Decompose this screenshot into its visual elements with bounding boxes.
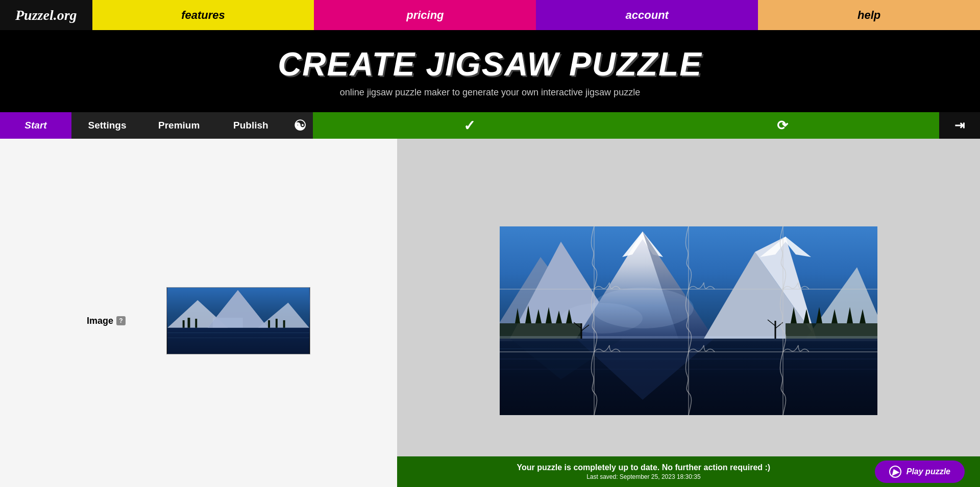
svg-rect-10 (268, 320, 270, 328)
top-navigation: Puzzel.org features pricing account help (0, 0, 980, 30)
play-button-icon: ▶ (889, 466, 901, 478)
status-main-text: Your puzzle is completely up to date. No… (412, 463, 875, 472)
puzzle-container (500, 226, 877, 415)
play-puzzle-button[interactable]: ▶ Play puzzle (875, 460, 965, 483)
hero-title: CREATE JIGSAW PUZZLE (10, 45, 970, 83)
svg-rect-7 (183, 320, 185, 328)
tab-bar: Start Settings Premium Publish ☯ ✓ ⟳ ⇥ (0, 112, 980, 139)
image-label: Image ? (87, 316, 126, 326)
logo-text: Puzzel.org (15, 7, 77, 23)
logo[interactable]: Puzzel.org (0, 0, 92, 30)
nav-account[interactable]: account (536, 0, 758, 30)
status-sub-text: Last saved: September 25, 2023 18:30:35 (412, 473, 875, 480)
hero-section: CREATE JIGSAW PUZZLE online jigsaw puzzl… (0, 30, 980, 112)
nav-features[interactable]: features (92, 0, 314, 30)
play-button-label: Play puzzle (906, 467, 950, 476)
status-text: Your puzzle is completely up to date. No… (412, 463, 875, 480)
nav-help[interactable]: help (758, 0, 980, 30)
svg-rect-12 (283, 320, 285, 328)
svg-rect-8 (188, 318, 190, 328)
tab-publish[interactable]: Publish (215, 112, 286, 139)
svg-rect-11 (276, 319, 278, 328)
status-bar: Your puzzle is completely up to date. No… (397, 456, 980, 487)
main-content: Image ? (0, 139, 980, 487)
svg-rect-13 (213, 318, 243, 328)
svg-rect-14 (167, 328, 309, 354)
tab-start[interactable]: Start (0, 112, 71, 139)
image-thumbnail[interactable] (166, 287, 310, 354)
info-icon[interactable]: ? (116, 316, 126, 325)
hero-subtitle: online jigsaw puzzle maker to generate y… (10, 87, 970, 98)
right-panel (397, 139, 980, 487)
tab-check-icon[interactable]: ✓ (313, 112, 626, 139)
nav-items: features pricing account help (92, 0, 980, 30)
tab-yin-yang-icon[interactable]: ☯ (286, 112, 313, 139)
puzzle-image (500, 226, 877, 415)
tab-settings[interactable]: Settings (71, 112, 143, 139)
thumbnail-image (166, 287, 310, 354)
tab-share-icon[interactable]: ⇥ (939, 112, 980, 139)
tab-play-icon[interactable]: ⟳ (626, 112, 939, 139)
tab-premium[interactable]: Premium (143, 112, 215, 139)
svg-rect-9 (195, 319, 197, 328)
left-panel: Image ? (0, 139, 397, 487)
nav-pricing[interactable]: pricing (314, 0, 536, 30)
